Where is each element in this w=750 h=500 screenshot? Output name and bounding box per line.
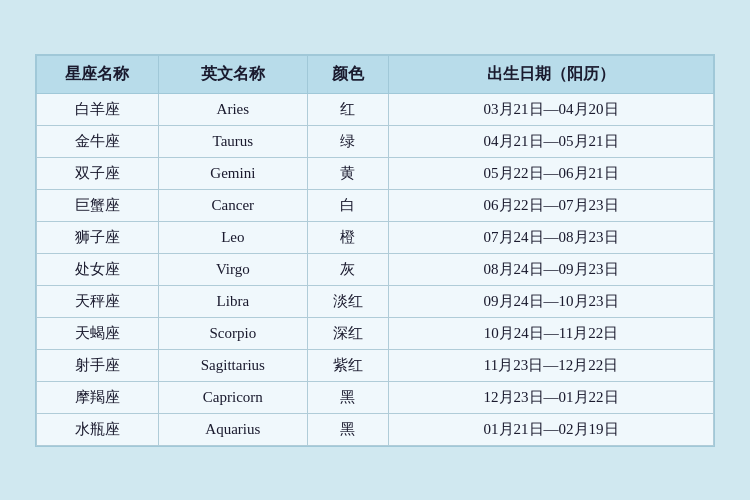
cell-color: 淡红	[307, 285, 388, 317]
table-header-row: 星座名称 英文名称 颜色 出生日期（阳历）	[37, 55, 714, 93]
cell-english: Aquarius	[158, 413, 307, 445]
cell-english: Aries	[158, 93, 307, 125]
table-row: 天秤座Libra淡红09月24日—10月23日	[37, 285, 714, 317]
zodiac-table-container: 星座名称 英文名称 颜色 出生日期（阳历） 白羊座Aries红03月21日—04…	[35, 54, 715, 447]
cell-color: 深红	[307, 317, 388, 349]
zodiac-table: 星座名称 英文名称 颜色 出生日期（阳历） 白羊座Aries红03月21日—04…	[36, 55, 714, 446]
cell-chinese: 摩羯座	[37, 381, 159, 413]
header-english: 英文名称	[158, 55, 307, 93]
cell-english: Capricorn	[158, 381, 307, 413]
table-row: 天蝎座Scorpio深红10月24日—11月22日	[37, 317, 714, 349]
table-row: 摩羯座Capricorn黑12月23日—01月22日	[37, 381, 714, 413]
cell-english: Sagittarius	[158, 349, 307, 381]
cell-color: 灰	[307, 253, 388, 285]
header-color: 颜色	[307, 55, 388, 93]
table-row: 双子座Gemini黄05月22日—06月21日	[37, 157, 714, 189]
cell-date: 03月21日—04月20日	[389, 93, 714, 125]
cell-chinese: 射手座	[37, 349, 159, 381]
cell-color: 黄	[307, 157, 388, 189]
cell-date: 06月22日—07月23日	[389, 189, 714, 221]
table-row: 水瓶座Aquarius黑01月21日—02月19日	[37, 413, 714, 445]
cell-english: Virgo	[158, 253, 307, 285]
cell-english: Gemini	[158, 157, 307, 189]
cell-color: 黑	[307, 381, 388, 413]
cell-chinese: 天秤座	[37, 285, 159, 317]
cell-chinese: 白羊座	[37, 93, 159, 125]
cell-chinese: 天蝎座	[37, 317, 159, 349]
cell-english: Taurus	[158, 125, 307, 157]
cell-color: 橙	[307, 221, 388, 253]
cell-date: 08月24日—09月23日	[389, 253, 714, 285]
cell-date: 12月23日—01月22日	[389, 381, 714, 413]
cell-date: 09月24日—10月23日	[389, 285, 714, 317]
cell-chinese: 双子座	[37, 157, 159, 189]
cell-chinese: 巨蟹座	[37, 189, 159, 221]
cell-date: 04月21日—05月21日	[389, 125, 714, 157]
cell-english: Scorpio	[158, 317, 307, 349]
cell-color: 黑	[307, 413, 388, 445]
cell-english: Libra	[158, 285, 307, 317]
table-row: 白羊座Aries红03月21日—04月20日	[37, 93, 714, 125]
table-row: 处女座Virgo灰08月24日—09月23日	[37, 253, 714, 285]
cell-date: 10月24日—11月22日	[389, 317, 714, 349]
cell-chinese: 水瓶座	[37, 413, 159, 445]
cell-color: 绿	[307, 125, 388, 157]
cell-date: 01月21日—02月19日	[389, 413, 714, 445]
cell-color: 白	[307, 189, 388, 221]
header-date: 出生日期（阳历）	[389, 55, 714, 93]
table-row: 巨蟹座Cancer白06月22日—07月23日	[37, 189, 714, 221]
cell-date: 11月23日—12月22日	[389, 349, 714, 381]
cell-color: 红	[307, 93, 388, 125]
table-row: 金牛座Taurus绿04月21日—05月21日	[37, 125, 714, 157]
header-chinese: 星座名称	[37, 55, 159, 93]
cell-chinese: 处女座	[37, 253, 159, 285]
cell-date: 05月22日—06月21日	[389, 157, 714, 189]
cell-english: Cancer	[158, 189, 307, 221]
cell-chinese: 金牛座	[37, 125, 159, 157]
table-row: 射手座Sagittarius紫红11月23日—12月22日	[37, 349, 714, 381]
cell-chinese: 狮子座	[37, 221, 159, 253]
table-row: 狮子座Leo橙07月24日—08月23日	[37, 221, 714, 253]
cell-english: Leo	[158, 221, 307, 253]
cell-color: 紫红	[307, 349, 388, 381]
cell-date: 07月24日—08月23日	[389, 221, 714, 253]
